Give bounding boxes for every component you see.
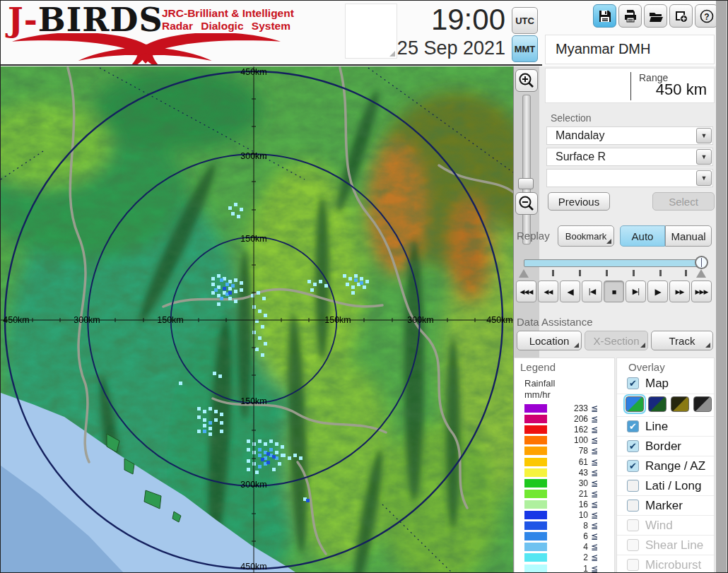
svg-text:150km: 150km bbox=[240, 234, 267, 244]
legend-color-swatch bbox=[524, 553, 547, 562]
overlay-item-label: Range / AZ bbox=[645, 459, 705, 473]
logo-subtitle-line1: JRC-Brilliant & Intelligent bbox=[162, 7, 294, 20]
forward-fastest-button[interactable]: ▶▶▶ bbox=[691, 280, 712, 302]
overlay-item-shear-line[interactable]: Shear Line bbox=[617, 535, 715, 555]
utc-button[interactable]: UTC bbox=[512, 7, 538, 34]
zoom-slider-handle[interactable] bbox=[518, 178, 534, 189]
replay-slider-track[interactable] bbox=[524, 259, 700, 267]
overlay-item-border[interactable]: Border bbox=[617, 436, 715, 456]
chevron-down-icon[interactable]: ▼ bbox=[696, 170, 712, 186]
map-theme-navy-darkgreen[interactable] bbox=[648, 396, 667, 412]
select-button[interactable]: Select bbox=[652, 192, 715, 211]
slider-tick bbox=[659, 270, 662, 276]
jbirds-app-window: J-BIRDS JRC-Brilliant & Intelligent Rada… bbox=[0, 0, 728, 573]
overlay-item-line[interactable]: Line bbox=[617, 416, 715, 436]
location-button-label: Location bbox=[529, 335, 570, 347]
previous-button[interactable]: Previous bbox=[548, 192, 610, 211]
legend-operator: ≦ bbox=[591, 542, 598, 552]
legend-color-swatch bbox=[524, 404, 547, 413]
svg-text:450km: 450km bbox=[240, 67, 267, 77]
map-checkbox[interactable] bbox=[627, 377, 639, 389]
zoom-in-button[interactable] bbox=[515, 69, 538, 92]
stop-button[interactable]: ■ bbox=[604, 280, 624, 302]
legend-parameter: Rainfall bbox=[524, 378, 555, 389]
step-back-button[interactable]: |◀ bbox=[582, 280, 602, 302]
product-dropdown[interactable]: Surface R ▼ bbox=[546, 148, 713, 166]
rewind-fastest-button[interactable]: ◀◀◀ bbox=[516, 280, 536, 302]
x-section-button[interactable]: X-Section bbox=[585, 331, 648, 350]
play-button[interactable]: ▶ bbox=[647, 280, 668, 302]
replay-slider-handle[interactable] bbox=[695, 256, 708, 269]
slider-start-marker bbox=[519, 269, 529, 278]
legend-unit: mm/hr bbox=[524, 389, 551, 400]
chevron-down-icon[interactable]: ▼ bbox=[696, 149, 712, 165]
help-button[interactable]: ? bbox=[695, 4, 718, 28]
zoom-slider-track[interactable] bbox=[522, 95, 531, 244]
border-checkbox[interactable] bbox=[627, 440, 639, 452]
legend-row: 6≦ bbox=[515, 531, 616, 542]
wind-checkbox[interactable] bbox=[627, 519, 639, 531]
location-button[interactable]: Location bbox=[517, 331, 582, 350]
map-theme-blue-green[interactable] bbox=[626, 396, 644, 412]
overlay-item-microburst[interactable]: Microburst bbox=[617, 555, 715, 573]
chevron-down-icon[interactable]: ▼ bbox=[696, 128, 712, 143]
zoom-in-icon bbox=[518, 72, 535, 89]
step-forward-button[interactable]: ▶| bbox=[626, 280, 646, 302]
legend-operator: ≦ bbox=[591, 403, 598, 413]
station-name: Myanmar DMH bbox=[546, 35, 714, 57]
legend-color-swatch bbox=[524, 543, 547, 551]
extra-dropdown[interactable]: ▼ bbox=[546, 169, 713, 187]
zoom-out-icon bbox=[518, 195, 535, 212]
overlay-item-map[interactable]: Map bbox=[617, 374, 715, 394]
rewind-fast-button[interactable]: ◀◀ bbox=[538, 280, 558, 302]
legend-row: 162≦ bbox=[515, 425, 616, 435]
overlay-item-wind[interactable]: Wind bbox=[617, 515, 715, 535]
overlay-item-lati-long[interactable]: Lati / Long bbox=[617, 475, 715, 495]
mmt-button[interactable]: MMT bbox=[512, 35, 538, 62]
legend-row: 78≦ bbox=[515, 446, 616, 456]
station-name-box: Myanmar DMH bbox=[545, 35, 715, 64]
legend-value: 21 bbox=[556, 489, 588, 499]
zoom-out-button[interactable] bbox=[515, 192, 538, 215]
add-image-button[interactable] bbox=[669, 4, 693, 28]
radar-map[interactable]: 450km 300km 150km 150km 300km 450km 450k… bbox=[1, 66, 513, 573]
slider-end-marker bbox=[696, 269, 706, 278]
site-dropdown[interactable]: Mandalay ▼ bbox=[546, 126, 713, 145]
slider-tick bbox=[579, 270, 581, 276]
print-button[interactable] bbox=[618, 4, 642, 28]
legend-operator: ≦ bbox=[591, 478, 598, 488]
open-folder-button[interactable] bbox=[644, 4, 667, 28]
line-checkbox[interactable] bbox=[627, 420, 639, 432]
legend-value: 16 bbox=[556, 500, 588, 509]
legend-color-swatch bbox=[524, 447, 547, 455]
legend-color-swatch bbox=[524, 565, 547, 573]
map-theme-black-grey[interactable] bbox=[693, 396, 712, 412]
manual-mode-button[interactable]: Manual bbox=[665, 225, 712, 247]
overlay-item-label: Map bbox=[645, 377, 669, 391]
overlay-item-range-az[interactable]: Range / AZ bbox=[617, 456, 715, 475]
forward-fast-button[interactable]: ▶▶ bbox=[669, 280, 690, 302]
radar-map-area[interactable]: 450km 300km 150km 150km 300km 450km 450k… bbox=[1, 66, 513, 573]
microburst-checkbox[interactable] bbox=[627, 559, 639, 571]
replay-label: Replay bbox=[517, 230, 550, 242]
slider-tick bbox=[552, 270, 554, 276]
legend-value: 43 bbox=[556, 468, 588, 478]
save-button[interactable] bbox=[593, 4, 616, 28]
map-theme-black-olive[interactable] bbox=[671, 396, 689, 412]
track-button[interactable]: Track bbox=[651, 331, 713, 350]
lati-long-checkbox[interactable] bbox=[627, 480, 639, 492]
bookmark-button[interactable]: Bookmark bbox=[558, 225, 614, 247]
logo-subtitle-line2: Radar Dialogic System bbox=[162, 20, 294, 33]
overlay-item-marker[interactable]: Marker bbox=[617, 495, 715, 515]
shear-line-checkbox[interactable] bbox=[627, 539, 639, 551]
legend-row: 4≦ bbox=[515, 542, 616, 553]
legend-panel: Legend Rainfall mm/hr 233≦206≦162≦100≦78… bbox=[514, 358, 615, 573]
range-az-checkbox[interactable] bbox=[627, 460, 639, 472]
legend-color-swatch bbox=[524, 468, 547, 477]
legend-color-swatch bbox=[524, 458, 547, 466]
play-reverse-button[interactable]: ◀ bbox=[560, 280, 580, 302]
marker-checkbox[interactable] bbox=[627, 500, 639, 512]
range-value: 450 km bbox=[656, 81, 707, 99]
auto-mode-button[interactable]: Auto bbox=[620, 225, 665, 247]
legend-color-swatch bbox=[524, 511, 547, 519]
